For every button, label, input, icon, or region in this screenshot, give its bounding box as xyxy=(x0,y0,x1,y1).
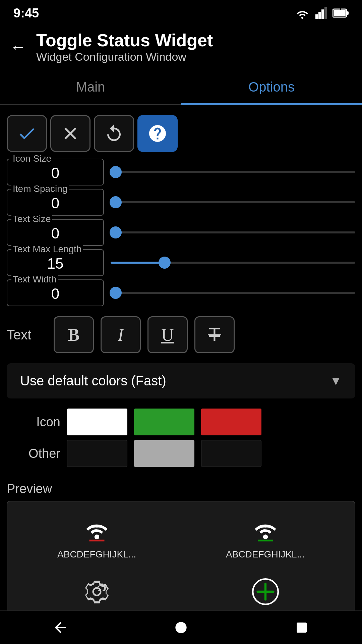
svg-rect-10 xyxy=(89,540,104,541)
svg-rect-0 xyxy=(315,14,318,19)
cancel-button[interactable] xyxy=(50,115,90,152)
help-button[interactable] xyxy=(137,115,178,152)
color-mode-dropdown[interactable]: Use default colors (Fast) ▼ xyxy=(7,363,355,398)
svg-rect-6 xyxy=(334,10,346,16)
svg-rect-3 xyxy=(324,7,327,19)
text-width-field: Text Width 0 xyxy=(7,279,104,306)
icon-size-value: 0 xyxy=(13,163,98,181)
other-color-label: Other xyxy=(7,446,60,461)
tab-bar: Main Options xyxy=(0,70,362,105)
preview-item-wifi-green: ABCDEFGHIJKL... xyxy=(183,508,348,567)
confirm-button[interactable] xyxy=(7,115,47,152)
bold-button[interactable]: B xyxy=(54,316,94,353)
item-spacing-label: Item Spacing xyxy=(11,183,69,194)
slider-row-text-width: Text Width 0 xyxy=(7,279,355,306)
svg-rect-5 xyxy=(347,11,349,15)
preview-wifi-red-text: ABCDEFGHIJKL... xyxy=(57,549,136,560)
text-size-slider[interactable] xyxy=(111,231,355,233)
text-width-label: Text Width xyxy=(11,274,58,285)
svg-rect-11 xyxy=(258,540,273,541)
text-max-length-value: 15 xyxy=(13,253,98,272)
item-spacing-slider[interactable] xyxy=(111,201,355,203)
reset-button[interactable] xyxy=(94,115,134,152)
text-max-length-slider[interactable] xyxy=(111,262,355,264)
slider-row-text-max-length: Text Max Length 15 xyxy=(7,249,355,276)
text-max-length-label: Text Max Length xyxy=(11,244,83,255)
icon-size-slider[interactable] xyxy=(111,171,355,173)
slider-section: Icon Size 0 Item Spacing 0 Text Size 0 T… xyxy=(0,159,362,306)
status-icons xyxy=(294,7,349,19)
preview-wifi-green-icon xyxy=(250,515,281,545)
icon-size-label: Icon Size xyxy=(11,153,53,164)
page-subtitle: Widget Configuration Window xyxy=(36,50,213,63)
preview-wifi-green-text: ABCDEFGHIJKL... xyxy=(226,549,305,560)
icon-size-field: Icon Size 0 xyxy=(7,159,104,185)
icon-color-row: Icon xyxy=(7,409,355,435)
text-size-field: Text Size 0 xyxy=(7,219,104,246)
tab-main[interactable]: Main xyxy=(0,70,181,104)
status-time: 9:45 xyxy=(13,6,39,20)
chevron-down-icon: ▼ xyxy=(330,374,342,388)
nav-back-button[interactable] xyxy=(47,614,74,641)
icon-color-swatch-green[interactable] xyxy=(134,409,194,435)
item-spacing-value: 0 xyxy=(13,193,98,212)
item-spacing-field: Item Spacing 0 xyxy=(7,189,104,216)
text-max-length-field: Text Max Length 15 xyxy=(7,249,104,276)
preview-wifi-red-icon xyxy=(82,515,112,545)
other-color-swatch-black2[interactable] xyxy=(201,440,261,467)
text-format-label: Text xyxy=(7,327,47,342)
other-color-swatch-black[interactable] xyxy=(67,440,127,467)
dropdown-row: Use default colors (Fast) ▼ xyxy=(0,360,362,405)
italic-button[interactable]: I xyxy=(101,316,141,353)
battery-icon xyxy=(333,8,349,18)
slider-row-text-size: Text Size 0 xyxy=(7,219,355,246)
preview-item-wifi-red: ABCDEFGHIJKL... xyxy=(14,508,179,567)
back-button[interactable]: ← xyxy=(10,38,26,56)
underline-button[interactable]: U xyxy=(147,316,188,353)
nav-recents-button[interactable] xyxy=(288,614,315,641)
status-bar: 9:45 xyxy=(0,0,362,23)
dropdown-value: Use default colors (Fast) xyxy=(20,373,166,388)
other-color-row: Other xyxy=(7,440,355,467)
svg-point-15 xyxy=(175,622,186,633)
preview-settings-icon xyxy=(82,577,112,607)
preview-add-icon xyxy=(250,577,281,607)
other-color-swatch-gray[interactable] xyxy=(134,440,194,467)
action-buttons xyxy=(0,112,362,159)
svg-rect-16 xyxy=(297,623,307,633)
strikethrough-button[interactable]: T̶ xyxy=(194,316,235,353)
nav-home-button[interactable] xyxy=(168,614,194,641)
signal-icon xyxy=(314,7,328,19)
text-width-slider[interactable] xyxy=(111,292,355,294)
wifi-icon xyxy=(294,7,310,19)
text-format-row: Text B I U T̶ xyxy=(0,310,362,360)
icon-color-label: Icon xyxy=(7,415,60,429)
preview-label: Preview xyxy=(7,482,355,496)
text-size-value: 0 xyxy=(13,223,98,242)
slider-row-item-spacing: Item Spacing 0 xyxy=(7,189,355,216)
color-grid: Icon Other xyxy=(0,405,362,478)
icon-color-swatch-red[interactable] xyxy=(201,409,261,435)
header: ← Toggle Status Widget Widget Configurat… xyxy=(0,23,362,70)
page-title: Toggle Status Widget xyxy=(36,30,213,50)
nav-bar xyxy=(0,610,362,644)
icon-color-swatch-white[interactable] xyxy=(67,409,127,435)
tab-options[interactable]: Options xyxy=(181,70,362,104)
svg-rect-2 xyxy=(321,9,324,19)
text-size-label: Text Size xyxy=(11,214,52,224)
svg-rect-1 xyxy=(318,12,321,19)
slider-row-icon-size: Icon Size 0 xyxy=(7,159,355,185)
text-width-value: 0 xyxy=(13,283,98,302)
